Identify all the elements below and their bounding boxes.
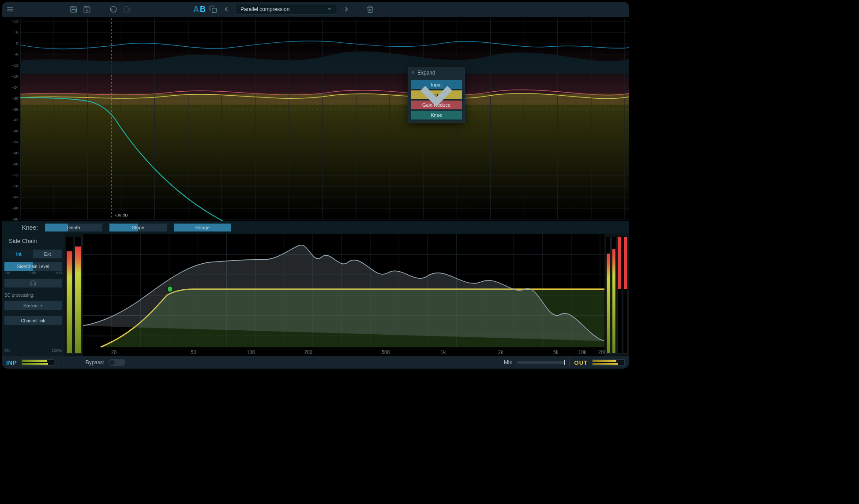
sidechain-panel: Side Chain Int Ext SideChain Level -30 0… (2, 234, 64, 356)
ab-compare[interactable]: A B (193, 5, 206, 14)
svg-text:0: 0 (16, 41, 19, 45)
redo-icon[interactable] (121, 4, 132, 15)
svg-text:-18: -18 (12, 74, 19, 78)
sidechain-level-slider[interactable]: SideChain Level (4, 262, 62, 271)
trash-icon[interactable] (364, 4, 376, 15)
knee-label: Knee: (8, 224, 38, 231)
sidechain-ext-button[interactable]: Ext (33, 250, 62, 258)
footer: INP Bypass: Mix OUT (2, 356, 629, 369)
sidechain-int-button[interactable]: Int (4, 250, 33, 258)
bypass-label: Bypass: (86, 359, 105, 366)
svg-text:-90: -90 (12, 205, 19, 210)
menu-icon[interactable] (4, 4, 16, 15)
svg-text:-30: -30 (12, 96, 19, 101)
svg-text:-66: -66 (12, 161, 19, 166)
svg-text:-96: -96 (12, 217, 19, 221)
svg-text:-42: -42 (12, 118, 19, 123)
headphones-button[interactable] (4, 279, 62, 287)
svg-text:-36: -36 (12, 107, 19, 112)
preset-prev-icon[interactable] (221, 4, 232, 15)
svg-text:50: 50 (191, 349, 196, 356)
threshold-label: -36 dB (115, 213, 128, 217)
legend-popup[interactable]: ⠿ Expand Input Output Gain Reduce Knee (408, 67, 465, 123)
preset-name: Parallel compression (240, 6, 289, 12)
svg-point-89 (167, 286, 173, 292)
svg-text:20: 20 (111, 349, 117, 356)
transfer-graph[interactable]: +12+60-6-12-18-24-30-36-42-48-54-60-66-7… (2, 17, 629, 221)
bypass-toggle[interactable] (109, 359, 125, 366)
svg-text:500: 500 (382, 349, 390, 356)
svg-text:-72: -72 (12, 172, 19, 177)
knee-slope-slider[interactable]: Slope (109, 224, 167, 231)
svg-text:200: 200 (304, 349, 313, 356)
output-hmeter[interactable] (592, 359, 625, 366)
sc-processing-select[interactable]: Stereo ▾ (4, 301, 62, 310)
toolbar: A B Parallel compression (2, 2, 629, 17)
mix-label: Mix (504, 359, 512, 366)
knee-range-slider[interactable]: Range (174, 224, 231, 231)
input-meters (64, 234, 83, 356)
knee-row: Knee: Depth Slope Range (2, 221, 629, 234)
svg-text:-12: -12 (12, 63, 19, 67)
svg-text:10k: 10k (578, 349, 586, 356)
input-label: INP (6, 359, 17, 366)
sidechain-spectrum[interactable]: 20501002005001k2k5k10k20k (83, 234, 604, 356)
copy-icon[interactable] (207, 4, 219, 15)
undo-icon[interactable] (108, 4, 119, 15)
svg-text:-54: -54 (12, 139, 19, 144)
channel-link-slider[interactable]: Channel link (4, 316, 62, 325)
preset-select[interactable]: Parallel compression (236, 4, 337, 15)
svg-text:-84: -84 (12, 194, 19, 199)
preset-next-icon[interactable] (341, 4, 352, 15)
svg-text:-6: -6 (15, 52, 19, 56)
ab-a[interactable]: A (193, 5, 199, 14)
chevron-down-icon: ▾ (40, 303, 43, 309)
svg-text:5k: 5k (553, 349, 559, 356)
save-as-icon[interactable] (81, 4, 93, 15)
svg-text:1k: 1k (441, 349, 446, 356)
svg-text:+12: +12 (11, 19, 19, 23)
svg-text:+6: +6 (14, 30, 19, 34)
input-hmeter[interactable] (22, 359, 54, 366)
mix-slider[interactable] (517, 361, 565, 364)
svg-rect-5 (20, 94, 629, 217)
sidechain-title: Side Chain (4, 238, 62, 244)
svg-text:100: 100 (247, 349, 255, 356)
chevron-down-icon (327, 6, 332, 13)
svg-text:-60: -60 (12, 150, 19, 155)
svg-text:-78: -78 (12, 183, 19, 188)
sidechain-source: Int Ext (4, 250, 62, 258)
svg-rect-3 (212, 8, 217, 13)
save-icon[interactable] (68, 4, 79, 15)
svg-text:2k: 2k (498, 349, 503, 356)
output-label: OUT (574, 359, 588, 366)
sc-processing-label: SC processing: (4, 293, 62, 298)
svg-text:-48: -48 (12, 128, 19, 133)
ab-b[interactable]: B (200, 5, 206, 14)
svg-text:-24: -24 (12, 85, 19, 90)
output-meters (604, 234, 629, 356)
knee-depth-slider[interactable]: Depth (45, 224, 102, 231)
svg-text:20k: 20k (598, 349, 604, 356)
